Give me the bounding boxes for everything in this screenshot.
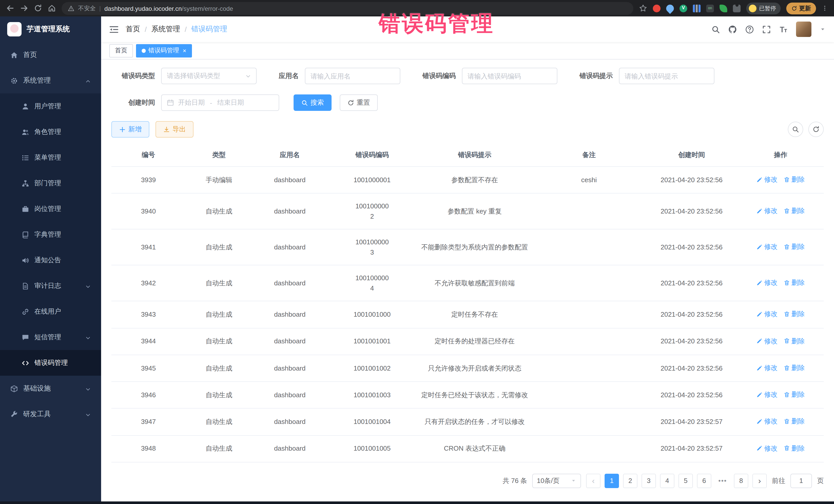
sidebar-item-dict[interactable]: 字典管理 — [0, 222, 101, 247]
sidebar-item-home[interactable]: 首页 — [0, 42, 101, 68]
more-pages-button[interactable]: ••• — [716, 474, 730, 488]
delete-link[interactable]: 删除 — [784, 363, 805, 373]
sidebar-item-dept[interactable]: 部门管理 — [0, 170, 101, 196]
browser-forward-icon[interactable] — [20, 4, 28, 12]
browser-update-button[interactable]: 更新 — [786, 2, 816, 14]
export-button-label: 导出 — [172, 125, 186, 134]
error-hint-input[interactable] — [619, 68, 715, 84]
sidebar-item-audit-log[interactable]: 审计日志 — [0, 273, 101, 299]
edit-link[interactable]: 修改 — [756, 309, 777, 319]
breadcrumb-item[interactable]: 系统管理 — [151, 25, 180, 34]
tab-错误码管理[interactable]: 错误码管理× — [136, 44, 192, 57]
edit-link[interactable]: 修改 — [756, 175, 777, 184]
github-icon[interactable] — [728, 25, 737, 34]
reset-button[interactable]: 重置 — [340, 94, 378, 111]
edit-link[interactable]: 修改 — [756, 390, 777, 399]
edit-link[interactable]: 修改 — [756, 336, 777, 346]
edit-link[interactable]: 修改 — [756, 278, 777, 288]
sidebar-item-notice[interactable]: 通知公告 — [0, 247, 101, 273]
tab-首页[interactable]: 首页 — [109, 44, 133, 57]
filter-app-name: 应用名 — [279, 68, 400, 84]
export-button[interactable]: 导出 — [155, 121, 194, 137]
app-logo[interactable]: 芋道管理系统 — [0, 17, 101, 42]
delete-link[interactable]: 删除 — [784, 416, 805, 426]
cell-code: 1001001004 — [327, 409, 417, 436]
search-button[interactable]: 搜索 — [293, 94, 332, 111]
page-button-1[interactable]: 1 — [605, 474, 619, 488]
browser-back-icon[interactable] — [6, 4, 14, 12]
browser-menu-icon[interactable] — [822, 4, 828, 12]
sidebar-item-sms[interactable]: 短信管理 — [0, 324, 101, 350]
sidebar-item-user[interactable]: 用户管理 — [0, 93, 101, 119]
edit-link[interactable]: 修改 — [756, 206, 777, 216]
help-icon[interactable] — [745, 25, 754, 34]
delete-link[interactable]: 删除 — [784, 175, 805, 184]
tab-close-icon[interactable]: × — [183, 47, 186, 54]
edit-link[interactable]: 修改 — [756, 416, 777, 426]
page-button-6[interactable]: 6 — [697, 474, 711, 488]
error-code-input[interactable] — [462, 68, 557, 84]
refresh-table-button[interactable] — [808, 122, 824, 137]
delete-link[interactable]: 删除 — [784, 390, 805, 399]
sidebar-item-dev-tool[interactable]: 研发工具 — [0, 401, 101, 427]
sidebar-item-system[interactable]: 系统管理 — [0, 68, 101, 93]
extension-icon[interactable] — [653, 4, 660, 12]
next-page-button[interactable]: › — [752, 474, 767, 488]
delete-link[interactable]: 删除 — [784, 336, 805, 346]
cell-operations: 修改删除 — [738, 265, 824, 301]
create-time-range-picker[interactable]: 开始日期 - 结束日期 — [161, 94, 279, 111]
browser-home-icon[interactable] — [48, 4, 56, 12]
sidebar-toggle-icon[interactable] — [109, 25, 118, 33]
edit-link[interactable]: 修改 — [756, 242, 777, 252]
delete-link[interactable]: 删除 — [784, 278, 805, 288]
avatar-caret-icon[interactable] — [820, 26, 826, 32]
delete-link[interactable]: 删除 — [784, 242, 805, 252]
browser-profile-chip[interactable]: 已暂停 — [746, 2, 781, 14]
bookmark-star-icon[interactable] — [639, 4, 647, 12]
address-bar[interactable]: 不安全 | dashboard.yudao.iocoder.cn/system/… — [62, 2, 633, 15]
edit-icon — [756, 177, 763, 183]
extension-icon[interactable] — [693, 4, 701, 12]
delete-link[interactable]: 删除 — [784, 206, 805, 216]
page-button-5[interactable]: 5 — [679, 474, 693, 488]
prev-page-button[interactable]: ‹ — [586, 474, 600, 488]
page-button-3[interactable]: 3 — [641, 474, 656, 488]
sidebar-item-role[interactable]: 角色管理 — [0, 119, 101, 145]
delete-link[interactable]: 删除 — [784, 443, 805, 453]
user-avatar[interactable] — [796, 22, 811, 37]
toggle-search-button[interactable] — [788, 122, 803, 137]
table-row: 3942自动生成dashboard1001000004不允许获取敏感配置到前端2… — [111, 265, 824, 301]
sidebar-item-post[interactable]: 岗位管理 — [0, 196, 101, 222]
sidebar-item-menu[interactable]: 菜单管理 — [0, 145, 101, 170]
extension-icon[interactable] — [706, 4, 714, 12]
browser-reload-icon[interactable] — [34, 4, 42, 12]
extension-icon[interactable] — [720, 4, 727, 12]
fullscreen-icon[interactable] — [762, 25, 771, 34]
edit-link[interactable]: 修改 — [756, 443, 777, 453]
delete-link[interactable]: 删除 — [784, 309, 805, 319]
page-button-8[interactable]: 8 — [734, 474, 748, 488]
app-name-input[interactable] — [305, 68, 400, 84]
page-size-select[interactable]: 10条/页 — [532, 474, 581, 488]
column-header: 错误码提示 — [417, 144, 532, 167]
add-button[interactable]: 新增 — [111, 121, 149, 137]
column-header: 备注 — [532, 144, 646, 167]
header-search-icon[interactable] — [711, 25, 720, 34]
delete-label: 删除 — [791, 206, 805, 216]
sidebar-item-infra[interactable]: 基础设施 — [0, 376, 101, 401]
sidebar-item-error-code[interactable]: 错误码管理 — [0, 350, 101, 376]
edit-icon — [756, 244, 763, 250]
tree-icon — [22, 179, 29, 187]
page-button-2[interactable]: 2 — [623, 474, 637, 488]
puzzle-extension-icon[interactable] — [733, 4, 741, 12]
edit-link[interactable]: 修改 — [756, 363, 777, 373]
font-size-icon[interactable] — [779, 25, 788, 34]
sidebar-item-online-user[interactable]: 在线用户 — [0, 299, 101, 324]
cell-time: 2021-04-20 23:52:56 — [646, 229, 738, 265]
extension-icon[interactable] — [665, 3, 675, 14]
jump-page-input[interactable] — [790, 474, 812, 488]
extension-icon[interactable] — [680, 4, 687, 12]
page-button-4[interactable]: 4 — [660, 474, 674, 488]
error-type-select[interactable]: 请选择错误码类型 — [161, 68, 257, 84]
breadcrumb-item[interactable]: 首页 — [126, 25, 140, 34]
